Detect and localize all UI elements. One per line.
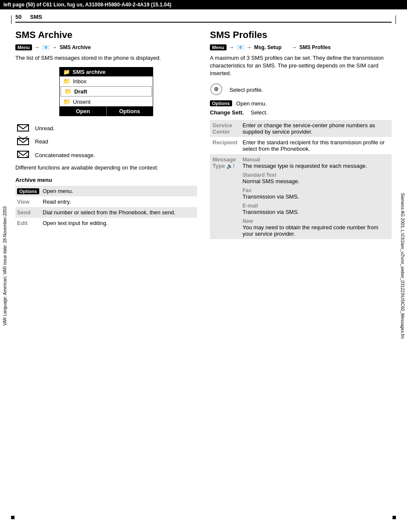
nav-cross-icon: ⊕ xyxy=(210,83,223,97)
select-profile-text: Select profile. xyxy=(230,87,263,93)
archive-item-unsent[interactable]: 📁 Unsent xyxy=(60,97,153,106)
recipient-desc: Enter the standard recipient for this tr… xyxy=(240,137,392,154)
send-label-cell: Send xyxy=(15,207,41,218)
change-sett-row: Change Sett. Select. xyxy=(210,109,392,116)
right-desc-text: A maximum of 3 SMS profiles can be set. … xyxy=(210,54,392,78)
service-center-desc: Enter or change the service-center phone… xyxy=(240,120,392,137)
read-label: Read xyxy=(35,138,48,145)
different-functions-text: Different functions are available depend… xyxy=(15,164,197,172)
profile-table: Service Center Enter or change the servi… xyxy=(210,120,392,239)
page-number: 50 xyxy=(15,14,21,20)
send-desc: Dial number or select from the Phonebook… xyxy=(41,207,197,218)
menu-button-right[interactable]: Menu xyxy=(210,44,227,50)
open-menu-text: Open menu. xyxy=(236,100,267,107)
standard-text-sublabel: Standard Text Normal SMS message. xyxy=(243,172,389,184)
fax-sublabel: Fax Transmission via SMS. xyxy=(243,187,389,200)
right-section-heading: SMS Profiles xyxy=(210,29,392,41)
arrow2-right: → xyxy=(247,44,252,50)
unread-label: Unread. xyxy=(35,125,55,132)
unread-icon xyxy=(15,123,31,133)
profile-row-service-center: Service Center Enter or change the servi… xyxy=(210,120,392,137)
archive-row-send: Send Dial number or select from the Phon… xyxy=(15,207,197,218)
col-right: SMS Profiles Menu → 📧 → Msg. Setup → SMS… xyxy=(210,29,392,239)
select-text: Select. xyxy=(250,109,267,116)
col-left: SMS Archive Menu → 📧 → SMS Archive The l… xyxy=(15,29,197,239)
icon-row-concat: Concatenated message. xyxy=(15,149,197,161)
sms-archive-box: 📁 SMS archive 📁 Inbox 📁 Draft 📁 Unsent O… xyxy=(59,67,153,116)
recipient-label: Recipient xyxy=(210,137,240,154)
edit-label-cell: Edit xyxy=(15,218,41,228)
bottom-left-marker xyxy=(11,516,15,519)
archive-draft-label: Draft xyxy=(74,88,87,95)
arrow1-right: → xyxy=(229,44,234,50)
select-profile-row: ⊕ Select profile. xyxy=(210,83,392,97)
archive-row-options: Options Open menu. xyxy=(15,186,197,196)
left-desc-text: The list of SMS messages stored in the p… xyxy=(15,54,197,62)
folder-icon-header: 📁 xyxy=(63,69,70,75)
profile-row-recipient: Recipient Enter the standard recipient f… xyxy=(210,137,392,154)
top-right-bar xyxy=(395,15,396,24)
options-btn-archive[interactable]: Options xyxy=(17,188,39,194)
message-type-label: Message Type 🔈! xyxy=(210,154,240,239)
options-open-menu-row: Options Open menu. xyxy=(210,100,392,107)
svg-text:⊕: ⊕ xyxy=(214,85,219,92)
folder-icon-inbox: 📁 xyxy=(63,78,70,85)
right-menu-nav: Menu → 📧 → Msg. Setup → SMS Profiles xyxy=(210,44,392,51)
archive-row-view: View Read entry. xyxy=(15,196,197,207)
top-header: left page (50) of C61 Lion, fug us, A310… xyxy=(0,0,407,9)
top-left-bar xyxy=(11,15,12,24)
side-text-right: Siemens AG 2003, L:\C61lam_v2\von_weber_… xyxy=(398,26,407,506)
archive-item-draft[interactable]: 📁 Draft xyxy=(61,86,152,96)
sms-archive-buttons: Open Options xyxy=(60,106,153,116)
read-icon xyxy=(15,136,31,147)
folder-icon-draft: 📁 xyxy=(64,88,72,95)
manual-sublabel: Manual The message type is requested for… xyxy=(243,156,389,169)
options-button-archive[interactable]: Options xyxy=(107,107,153,116)
profile-row-message-type: Message Type 🔈! Manual The message type … xyxy=(210,154,392,239)
message-type-content: Manual The message type is requested for… xyxy=(240,154,392,239)
email-sublabel: E-mail Transmission via SMS. xyxy=(243,202,389,215)
arrow1-left: → xyxy=(35,44,40,50)
folder-icon-unsent: 📁 xyxy=(63,98,70,105)
side-text-left: VAR Language: American; VAR issue date: … xyxy=(0,26,9,506)
main-content: 50 SMS SMS Archive Menu → 📧 → SMS Archiv… xyxy=(11,9,396,252)
service-center-label: Service Center xyxy=(210,120,240,137)
arrow2-left: → xyxy=(52,44,57,50)
concat-label: Concatenated message. xyxy=(35,152,95,158)
page-header: 50 SMS xyxy=(15,14,392,23)
options-btn-right[interactable]: Options xyxy=(210,100,232,106)
bottom-right-marker xyxy=(392,516,396,519)
archive-menu-title: Archive menu xyxy=(15,177,197,183)
left-section-heading: SMS Archive xyxy=(15,29,197,41)
archive-row-edit: Edit Open text input for editing. xyxy=(15,218,197,228)
archive-item-inbox[interactable]: 📁 Inbox xyxy=(60,76,153,86)
sms-icon-left: 📧 xyxy=(42,44,49,51)
new-sublabel: New You may need to obtain the required … xyxy=(243,218,389,237)
options-desc: Open menu. xyxy=(41,186,197,196)
sms-icon-right: 📧 xyxy=(237,44,244,51)
change-sett-label: Change Sett. xyxy=(210,109,244,116)
section-title-header: SMS xyxy=(30,14,42,20)
menu-button-left[interactable]: Menu xyxy=(15,44,32,50)
sms-archive-header: 📁 SMS archive xyxy=(60,67,153,76)
archive-menu-table: Options Open menu. View Read entry. Send… xyxy=(15,186,197,228)
sms-archive-header-label: SMS archive xyxy=(73,69,105,75)
left-menu-nav: Menu → 📧 → SMS Archive xyxy=(15,44,197,51)
icon-row-read: Read xyxy=(15,136,197,147)
arrow3-right: → xyxy=(292,44,297,50)
archive-inbox-label: Inbox xyxy=(73,78,87,85)
message-type-icon: 🔈! xyxy=(227,163,235,169)
concat-icon xyxy=(15,149,31,161)
msg-setup-label: Msg. Setup xyxy=(254,44,282,50)
archive-unsent-label: Unsent xyxy=(73,99,90,105)
options-label-cell: Options xyxy=(15,186,41,196)
view-label-cell: View xyxy=(15,196,41,207)
two-col-layout: SMS Archive Menu → 📧 → SMS Archive The l… xyxy=(15,29,392,239)
icon-row-unread: Unread. xyxy=(15,123,197,133)
sms-profiles-label: SMS Profiles xyxy=(299,44,331,50)
sms-archive-nav-label: SMS Archive xyxy=(60,44,91,50)
view-desc: Read entry. xyxy=(41,196,197,207)
edit-desc: Open text input for editing. xyxy=(41,218,197,228)
open-button[interactable]: Open xyxy=(60,107,107,116)
